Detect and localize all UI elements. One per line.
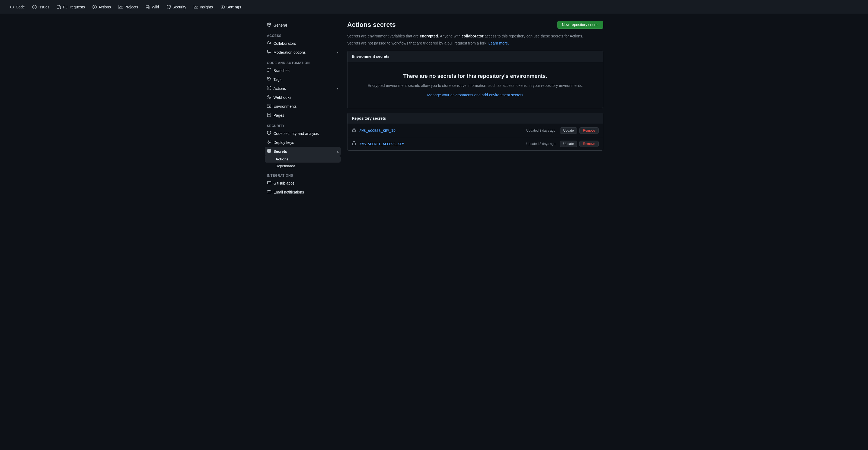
environment-secrets-empty-state: There are no secrets for this repository… (347, 62, 603, 108)
sidebar-item-actions[interactable]: Actions ▾ (265, 84, 341, 93)
comment-icon (267, 50, 271, 55)
sidebar-access-header: Access (265, 32, 341, 39)
code-icon (10, 5, 14, 9)
sidebar-environments-label: Environments (273, 104, 297, 109)
sidebar-item-code-security[interactable]: Code security and analysis (265, 129, 341, 138)
lock-icon-1 (352, 128, 356, 133)
sidebar-secrets-actions-label: Actions (276, 157, 289, 161)
sidebar-pages-label: Pages (273, 113, 284, 118)
server-icon (267, 104, 271, 109)
environment-secrets-card: Environment secrets There are no secrets… (347, 51, 603, 108)
sidebar-item-email-notifications[interactable]: Email notifications (265, 187, 341, 197)
nav-projects-label: Projects (124, 5, 138, 9)
sidebar-item-pages[interactable]: Pages (265, 111, 341, 120)
repository-secrets-header: Repository secrets (347, 113, 603, 124)
empty-state-title: There are no secrets for this repository… (354, 73, 596, 79)
empty-state-desc: Encrypted environment secrets allow you … (354, 83, 596, 88)
nav-item-wiki[interactable]: Wiki (143, 3, 162, 11)
nav-item-projects[interactable]: Projects (115, 3, 142, 11)
nav-code-label: Code (16, 5, 25, 9)
nav-item-insights[interactable]: Insights (190, 3, 216, 11)
sidebar-actions-label: Actions (273, 86, 286, 91)
issues-icon (32, 5, 37, 9)
shield-icon (267, 131, 271, 136)
sidebar-deploy-keys-label: Deploy keys (273, 140, 294, 145)
update-button-1[interactable]: Update (560, 127, 578, 134)
secret-updated-2: Updated 3 days ago (526, 142, 555, 146)
nav-actions-label: Actions (98, 5, 111, 9)
secrets-chevron-icon: ▴ (337, 150, 339, 153)
sidebar-integrations-header: Integrations (265, 172, 341, 179)
nav-issues-label: Issues (38, 5, 49, 9)
nav-settings-label: Settings (226, 5, 241, 9)
remove-button-1[interactable]: Remove (579, 127, 599, 134)
mail-icon (267, 189, 271, 194)
learn-more-link[interactable]: Learn more. (489, 41, 509, 45)
secret-actions-1: Update Remove (560, 127, 599, 134)
sidebar-item-moderation[interactable]: Moderation options ▾ (265, 48, 341, 57)
page-icon (267, 113, 271, 118)
webhook-icon (267, 95, 271, 100)
sidebar-branches-label: Branches (273, 68, 289, 73)
sidebar-collaborators-label: Collaborators (273, 41, 296, 46)
nav-wiki-label: Wiki (152, 5, 159, 9)
remove-button-2[interactable]: Remove (579, 141, 599, 147)
sidebar-item-general[interactable]: General (265, 21, 341, 30)
sidebar-tags-label: Tags (273, 77, 282, 82)
sidebar-item-deploy-keys[interactable]: Deploy keys (265, 138, 341, 147)
sidebar-item-branches[interactable]: Branches (265, 66, 341, 75)
nav-item-actions[interactable]: Actions (89, 3, 114, 11)
secret-updated-1: Updated 3 days ago (526, 129, 555, 132)
nav-item-issues[interactable]: Issues (29, 3, 52, 11)
info-text-1: Secrets are environment variables that a… (347, 33, 603, 39)
nav-item-pull-requests[interactable]: Pull requests (54, 3, 88, 11)
main-content: Actions secrets New repository secret Se… (347, 21, 603, 197)
nav-item-security[interactable]: Security (163, 3, 190, 11)
nav-pull-requests-label: Pull requests (63, 5, 85, 9)
sidebar-secrets-dependabot-label: Dependabot (276, 164, 295, 168)
nav-insights-label: Insights (199, 5, 213, 9)
secret-name-2: AWS_SECRET_ACCESS_KEY (360, 142, 526, 146)
apps-icon (267, 180, 271, 186)
info-text-2: Secrets are not passed to workflows that… (347, 40, 603, 46)
sidebar-item-collaborators[interactable]: Collaborators (265, 39, 341, 48)
info-section: Secrets are environment variables that a… (347, 33, 603, 47)
manage-environments-link[interactable]: Manage your environments and add environ… (427, 93, 523, 97)
sidebar-webhooks-label: Webhooks (273, 95, 291, 100)
sidebar-item-tags[interactable]: Tags (265, 75, 341, 84)
main-layout: General Access Collaborators Moderation … (260, 14, 608, 203)
sidebar-github-apps-label: GitHub apps (273, 181, 294, 185)
sidebar-sub-item-dependabot[interactable]: Dependabot (265, 162, 341, 169)
sidebar-code-automation-header: Code and automation (265, 59, 341, 66)
environment-secrets-header: Environment secrets (347, 51, 603, 62)
sidebar-secrets-label: Secrets (273, 149, 287, 154)
update-button-2[interactable]: Update (560, 141, 578, 147)
sidebar-sub-item-actions[interactable]: Actions (265, 156, 341, 162)
secret-name-1: AWS_ACCESS_KEY_ID (360, 129, 526, 133)
nav-item-settings[interactable]: Settings (217, 3, 245, 11)
actions-nav-icon (93, 5, 97, 9)
sidebar-code-security-label: Code security and analysis (273, 131, 319, 136)
key-icon (267, 140, 271, 145)
wiki-icon (146, 5, 150, 9)
sidebar-security-header: Security (265, 122, 341, 129)
insights-icon (194, 5, 198, 9)
new-repository-secret-button[interactable]: New repository secret (557, 21, 603, 29)
settings-nav-icon (220, 5, 225, 9)
gear-icon (267, 23, 271, 28)
branches-icon (267, 68, 271, 73)
tag-icon (267, 77, 271, 82)
top-navigation: Code Issues Pull requests Actions (0, 0, 868, 14)
secret-actions-2: Update Remove (560, 141, 599, 147)
sidebar-item-environments[interactable]: Environments (265, 102, 341, 111)
lock-icon-2 (352, 141, 356, 147)
sidebar-item-webhooks[interactable]: Webhooks (265, 93, 341, 102)
settings-sidebar: General Access Collaborators Moderation … (265, 21, 341, 197)
nav-item-code[interactable]: Code (6, 3, 28, 11)
page-header: Actions secrets New repository secret (347, 21, 603, 29)
sidebar-moderation-label: Moderation options (273, 50, 306, 55)
sidebar-item-secrets[interactable]: Secrets ▴ (265, 147, 341, 156)
pull-requests-icon (57, 5, 61, 9)
nav-security-label: Security (173, 5, 186, 9)
sidebar-item-github-apps[interactable]: GitHub apps (265, 179, 341, 187)
